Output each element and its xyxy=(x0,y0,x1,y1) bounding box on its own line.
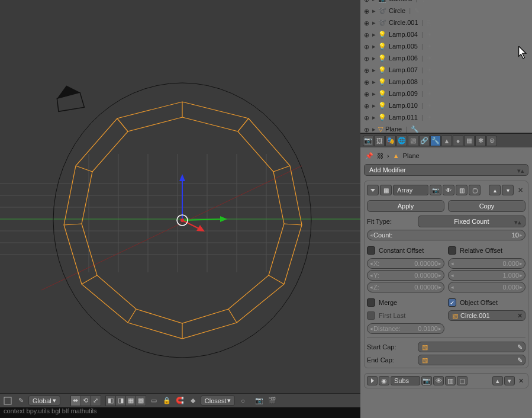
outliner-data-icon[interactable]: ☀ xyxy=(427,43,433,50)
rel-offset-z[interactable]: ◂0.000▸ xyxy=(448,282,525,292)
eyedropper-icon[interactable]: ✎ xyxy=(517,356,523,364)
move-down-icon[interactable]: ▾ xyxy=(502,185,514,195)
outliner-data-icon[interactable]: ☀ xyxy=(427,31,433,38)
disclosure-icon[interactable]: ▸ xyxy=(372,126,376,133)
outliner-data-icon[interactable]: ☀ xyxy=(427,66,433,74)
outliner-data-icon[interactable]: ☀ xyxy=(427,102,433,110)
disclosure-icon[interactable]: ▸ xyxy=(372,7,376,15)
apply-button[interactable]: Apply xyxy=(367,200,444,212)
expand-icon[interactable]: ⊕ xyxy=(364,114,370,120)
viewport-visibility-icon[interactable]: 👁 xyxy=(443,185,454,195)
expand-icon[interactable]: ⊕ xyxy=(364,43,370,49)
disclosure-icon[interactable]: ▸ xyxy=(372,90,376,98)
outliner-panel[interactable]: ⊕▸📷Camera|▽⊕▸➰Circle|✎⊕▸➰Circle.001|⎘⊕▸💡… xyxy=(360,0,532,133)
outliner-row[interactable]: ⊕▸💡Lamp.010|☀ xyxy=(360,99,532,111)
expand-icon[interactable]: ⊕ xyxy=(364,55,370,61)
outliner-row[interactable]: ⊕▸💡Lamp.008|☀ xyxy=(360,76,532,88)
disclosure-icon[interactable]: ▸ xyxy=(372,114,376,121)
outliner-data-icon[interactable]: 🔧 xyxy=(411,126,419,133)
const-offset-z[interactable]: ◂Z:0.00000▸ xyxy=(367,282,444,292)
fit-type-dropdown[interactable]: Fixed Count ▾▴ xyxy=(418,216,525,227)
tab-modifiers-icon[interactable]: 🔧 xyxy=(430,136,441,146)
outliner-row[interactable]: ⊕▸💡Lamp.006|☀ xyxy=(360,52,532,64)
outliner-row[interactable]: ⊕▸💡Lamp.007|☀ xyxy=(360,64,532,76)
object-offset-target-field[interactable]: ▧ Circle.001 ✕ xyxy=(448,310,525,321)
outliner-data-icon[interactable]: ☀ xyxy=(427,90,433,98)
outliner-data-icon[interactable]: ▽ xyxy=(421,0,425,3)
layers-icon[interactable]: ▭ xyxy=(149,396,159,406)
snap-toggle-icon[interactable]: 🧲 xyxy=(175,396,185,406)
expand-icon[interactable]: ⊕ xyxy=(364,79,370,85)
tab-material-icon[interactable]: ● xyxy=(453,136,463,146)
modifier-name-field[interactable]: Array xyxy=(393,185,428,195)
delete-modifier-icon[interactable]: ✕ xyxy=(516,377,525,385)
disclosure-icon[interactable]: ▸ xyxy=(372,102,376,110)
expand-toggle-icon[interactable] xyxy=(367,376,378,385)
cage-visibility-icon[interactable]: ▢ xyxy=(457,376,467,385)
editor-type-icon[interactable] xyxy=(2,396,13,406)
render-preview-icon[interactable]: 📷 xyxy=(254,396,265,406)
transform-manipulator-toggle[interactable]: ⬌⟲⤢ xyxy=(71,396,101,406)
render-visibility-icon[interactable]: 📷 xyxy=(430,185,441,195)
outliner-row[interactable]: ⊕▸💡Lamp.005|☀ xyxy=(360,40,532,52)
expand-icon[interactable]: ⊕ xyxy=(364,31,370,37)
snap-element-icon[interactable]: ◆ xyxy=(188,396,198,406)
python-console[interactable]: context bpy.utils bgl blf mathutils xyxy=(0,407,360,418)
outliner-data-icon[interactable]: ✎ xyxy=(414,7,420,15)
disclosure-icon[interactable]: ▸ xyxy=(372,78,376,86)
expand-icon[interactable]: ⊕ xyxy=(364,91,370,97)
move-up-icon[interactable]: ▴ xyxy=(492,376,503,385)
end-cap-field[interactable]: ▧ ✎ xyxy=(418,355,525,365)
tab-physics-icon[interactable]: ⊚ xyxy=(486,136,497,146)
disclosure-icon[interactable]: ▸ xyxy=(372,19,376,27)
tab-data-icon[interactable]: ▲ xyxy=(441,136,452,146)
snap-target-dropdown[interactable]: Closest▾ xyxy=(201,396,236,406)
rel-offset-y[interactable]: ◂1.000▸ xyxy=(448,270,525,281)
move-down-icon[interactable]: ▾ xyxy=(504,376,515,385)
proportional-edit-icon[interactable]: ○ xyxy=(237,396,248,406)
pivot-point-group[interactable]: ◧◨▦▩ xyxy=(106,396,146,406)
const-offset-y[interactable]: ◂Y:0.00000▸ xyxy=(367,270,444,281)
expand-icon[interactable]: ⊕ xyxy=(364,126,370,132)
expand-icon[interactable]: ⊕ xyxy=(364,8,370,14)
tab-constraints-icon[interactable]: 🔗 xyxy=(419,136,430,146)
disclosure-icon[interactable]: ▸ xyxy=(372,43,376,50)
render-visibility-icon[interactable]: 📷 xyxy=(421,376,432,385)
outliner-row[interactable]: ⊕▸💡Lamp.011|☀ xyxy=(360,111,532,123)
tab-scene-icon[interactable]: 🎭 xyxy=(385,136,396,146)
disclosure-icon[interactable]: ▸ xyxy=(372,66,376,74)
outliner-row[interactable]: ⊕▸💡Lamp.004|☀ xyxy=(360,28,532,40)
lock-camera-icon[interactable]: 🔒 xyxy=(162,396,172,406)
outliner-row[interactable]: ⊕▸➰Circle|✎ xyxy=(360,5,532,17)
start-cap-field[interactable]: ▧ ✎ xyxy=(418,342,525,352)
outliner-data-icon[interactable]: ☀ xyxy=(427,114,433,121)
modifier-name-field[interactable]: Subs xyxy=(391,376,420,385)
expand-icon[interactable]: ⊕ xyxy=(364,67,370,73)
relative-offset-checkbox[interactable] xyxy=(448,246,456,255)
tab-world-icon[interactable]: 🌐 xyxy=(396,136,407,146)
outliner-row[interactable]: ⊕▸💡Lamp.009|☀ xyxy=(360,88,532,99)
edit-mode-visibility-icon[interactable]: ▥ xyxy=(456,185,467,195)
outliner-data-icon[interactable]: ☀ xyxy=(427,54,433,62)
merge-checkbox[interactable] xyxy=(367,298,375,307)
eyedropper-icon[interactable]: ✎ xyxy=(517,343,523,351)
three-d-viewport[interactable] xyxy=(0,0,360,393)
tab-texture-icon[interactable]: ▦ xyxy=(464,136,475,146)
delete-modifier-icon[interactable]: ✕ xyxy=(515,185,525,195)
outliner-row[interactable]: ⊕▸📷Camera|▽ xyxy=(360,0,532,5)
outliner-row[interactable]: ⊕▸➰Circle.001|⎘ xyxy=(360,17,532,28)
count-field[interactable]: ◂ Count: 10 ▸ xyxy=(367,230,525,240)
tab-render-layers-icon[interactable]: 🖼 xyxy=(374,136,385,146)
outliner-row[interactable]: ⊕▸▽Plane|🔧 xyxy=(360,123,532,133)
pin-icon[interactable]: 📌 xyxy=(365,152,373,160)
edit-mode-visibility-icon[interactable]: ▥ xyxy=(445,376,456,385)
render-anim-icon[interactable]: 🎬 xyxy=(267,396,278,406)
collapse-toggle-icon[interactable] xyxy=(367,185,379,195)
tab-particles-icon[interactable]: ✱ xyxy=(475,136,486,146)
clear-icon[interactable]: ✕ xyxy=(517,312,523,320)
const-offset-x[interactable]: ◂X:0.00000▸ xyxy=(367,258,444,269)
disclosure-icon[interactable]: ▸ xyxy=(372,0,376,3)
tab-render-icon[interactable]: 📷 xyxy=(363,136,373,146)
object-offset-checkbox[interactable] xyxy=(448,298,456,307)
orientation-dropdown[interactable]: Global▾ xyxy=(28,396,60,406)
